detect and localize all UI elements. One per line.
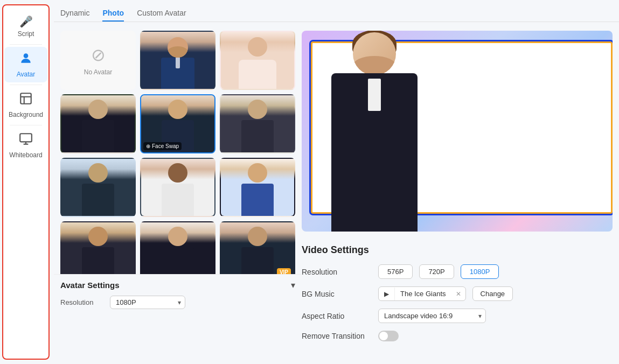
avatar-settings-header[interactable]: Avatar Settings ▾ (60, 280, 295, 290)
music-change-btn[interactable]: Change (472, 286, 513, 301)
avatar-card-11[interactable] (140, 221, 215, 274)
remove-transition-toggle[interactable] (378, 331, 399, 341)
sidebar-divider-2 (10, 85, 42, 85)
face-swap-badge: ⊕ Face Swap (143, 142, 182, 150)
avatar-resolution-select[interactable]: 576P 720P 1080P (110, 296, 185, 309)
tab-dynamic[interactable]: Dynamic (60, 9, 89, 22)
avatar-card-5[interactable]: ⊕ Face Swap (140, 94, 215, 153)
script-icon: 🎤 (19, 15, 33, 28)
main-content: Dynamic Photo Custom Avatar ⊘ No Avatar (50, 0, 619, 364)
avatar-card-3[interactable] (220, 31, 295, 90)
right-panel: Video Settings Resolution 576P 720P 1080… (302, 26, 619, 360)
svg-rect-4 (20, 134, 32, 142)
resolution-select-wrap: 576P 720P 1080P (110, 296, 185, 309)
avatar-section: ⊘ No Avatar (54, 26, 302, 360)
video-settings-panel: Video Settings Resolution 576P 720P 1080… (302, 238, 613, 355)
video-settings-title: Video Settings (302, 244, 613, 256)
resolution-720p-btn[interactable]: 720P (419, 264, 454, 279)
aspect-ratio-label: Aspect Ratio (302, 312, 372, 320)
resolution-1080p-btn[interactable]: 1080P (461, 264, 499, 279)
no-avatar-label: No Avatar (84, 68, 112, 76)
sidebar-item-whiteboard[interactable]: Whiteboard (4, 128, 47, 163)
face-swap-icon: ⊕ (146, 143, 150, 149)
vip-badge: VIP (277, 268, 291, 274)
svg-rect-1 (20, 93, 31, 104)
preview-area (302, 31, 613, 232)
tabs-bar: Dynamic Photo Custom Avatar (54, 4, 619, 22)
avatar-card-10[interactable] (60, 221, 136, 274)
avatar-settings-title: Avatar Settings (60, 281, 119, 290)
music-control: ▶ The Ice Giants ✕ (378, 286, 466, 301)
tab-photo[interactable]: Photo (102, 9, 124, 22)
aspect-ratio-wrap: Landscape video 16:9 Portrait video 9:16… (378, 309, 486, 323)
sidebar-divider-1 (10, 44, 42, 45)
avatar-settings-resolution-label: Resolution (60, 298, 103, 306)
avatar-icon (19, 51, 33, 68)
sidebar-item-label-script: Script (18, 30, 34, 38)
avatar-settings-panel: Avatar Settings ▾ Resolution 576P 720P 1… (54, 274, 302, 314)
resolution-setting-row: Resolution 576P 720P 1080P (302, 264, 613, 279)
music-close-icon[interactable]: ✕ (451, 288, 465, 300)
tab-custom-avatar[interactable]: Custom Avatar (137, 9, 186, 22)
resolution-576p-btn[interactable]: 576P (378, 264, 413, 279)
avatar-card-7[interactable] (60, 158, 136, 217)
avatar-card-6[interactable] (220, 94, 295, 153)
avatar-card-12[interactable]: VIP (220, 221, 295, 274)
sidebar-item-label-avatar: Avatar (17, 71, 35, 78)
bg-music-label: BG Music (302, 290, 372, 298)
avatar-card-9[interactable] (220, 158, 295, 217)
sidebar-divider-3 (10, 125, 42, 125)
aspect-ratio-select[interactable]: Landscape video 16:9 Portrait video 9:16… (378, 309, 486, 323)
aspect-ratio-setting-row: Aspect Ratio Landscape video 16:9 Portra… (302, 309, 613, 323)
svg-point-0 (24, 53, 29, 58)
avatar-grid: ⊘ No Avatar (54, 26, 302, 274)
sidebar-item-script[interactable]: 🎤 Script (4, 11, 47, 42)
sidebar-item-avatar[interactable]: Avatar (4, 47, 47, 82)
remove-transition-label: Remove Transition (302, 332, 372, 340)
avatar-card-2[interactable] (140, 31, 215, 90)
bg-music-setting-row: BG Music ▶ The Ice Giants ✕ Change (302, 286, 613, 301)
content-area: ⊘ No Avatar (54, 26, 619, 360)
music-play-icon[interactable]: ▶ (379, 288, 395, 300)
sidebar-item-background[interactable]: Background (4, 87, 47, 123)
sidebar-item-label-background: Background (9, 111, 43, 118)
music-track-name: The Ice Giants (395, 287, 451, 300)
sidebar: 🎤 Script Avatar Background (2, 4, 50, 360)
avatar-card-8[interactable] (140, 158, 215, 217)
whiteboard-icon (19, 132, 33, 149)
no-avatar-circle-icon: ⊘ (91, 45, 106, 65)
face-swap-label: Face Swap (152, 143, 179, 149)
remove-transition-row: Remove Transition (302, 331, 613, 341)
resolution-setting-label: Resolution (302, 268, 372, 276)
chevron-down-icon: ▾ (291, 280, 295, 290)
avatar-card-4[interactable] (60, 94, 136, 153)
avatar-card-no-avatar[interactable]: ⊘ No Avatar (60, 31, 136, 90)
background-icon (19, 92, 33, 109)
sidebar-item-label-whiteboard: Whiteboard (9, 151, 42, 159)
avatar-settings-resolution-row: Resolution 576P 720P 1080P (60, 296, 295, 309)
